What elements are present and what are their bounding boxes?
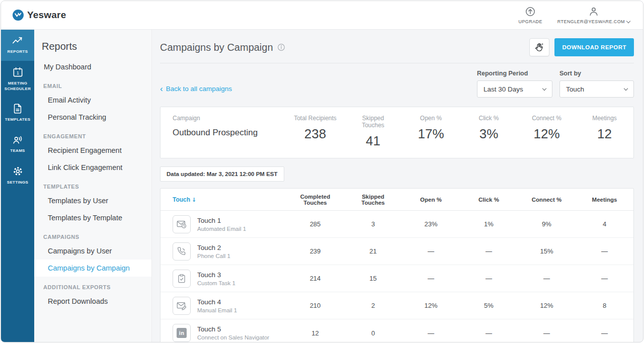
teams-people-icon — [12, 134, 24, 145]
cell-open: — — [402, 247, 460, 255]
guide-walkthrough-button[interactable] — [529, 38, 549, 56]
gear-icon — [12, 165, 24, 177]
rail-item-meeting-scheduler[interactable]: 1 MEETING SCHEDULER — [1, 61, 34, 98]
rail-item-reports[interactable]: REPORTS — [1, 30, 34, 61]
cell-open: 12% — [402, 302, 460, 309]
upgrade-label: UPGRADE — [519, 19, 542, 24]
custom-task-icon — [173, 270, 191, 288]
cell-meetings: — — [576, 275, 633, 282]
chevron-down-icon — [626, 19, 630, 23]
touches-table: Touch↓ Completed Touches Skipped Touches… — [160, 188, 634, 342]
touch-subtitle: Connect on Sales Navigator — [197, 334, 269, 340]
sort-by-label: Sort by — [559, 70, 634, 77]
account-menu[interactable]: RTENGLER@YESWARE.COM — [557, 6, 630, 24]
column-header-meetings[interactable]: Meetings — [576, 197, 633, 203]
back-link-label: Back to all campaigns — [166, 85, 232, 93]
summary-metric-label: Total Recipients — [286, 115, 344, 122]
summary-metric-label: Meetings — [576, 115, 633, 122]
sidebar-item-campaigns-by-campaign[interactable]: Campaigns by Campaign — [34, 260, 151, 277]
summary-metric-value: 17% — [402, 126, 460, 142]
rail-item-settings[interactable]: SETTINGS — [1, 160, 34, 192]
cell-meetings: 4 — [576, 220, 633, 228]
sidebar-item-email-activity[interactable]: Email Activity — [34, 92, 151, 109]
touch-name: Touch 3 — [197, 271, 235, 279]
sidebar-item-recipient-engagement[interactable]: Recipient Engagement — [34, 142, 151, 159]
reporting-period-label: Reporting Period — [477, 70, 552, 77]
summary-metric-label: Click % — [460, 115, 518, 122]
back-chevron-icon: ‹ — [160, 87, 163, 92]
sidebar-item-link-click-engagement[interactable]: Link Click Engagement — [34, 159, 151, 176]
rail-label: SETTINGS — [7, 180, 28, 186]
summary-campaign-name: Outbound Prospecting — [173, 128, 286, 138]
sort-by-select[interactable]: Touch — [559, 80, 634, 98]
column-header-click[interactable]: Click % — [460, 197, 518, 203]
upgrade-button[interactable]: UPGRADE — [519, 6, 542, 24]
cell-click: — — [460, 275, 518, 282]
yesware-logo[interactable]: Yesware — [12, 9, 66, 21]
cell-skipped: 3 — [344, 220, 402, 228]
reports-sidebar: Reports My Dashboard EMAIL Email Activit… — [34, 30, 152, 342]
download-report-button[interactable]: DOWNLOAD REPORT — [554, 38, 634, 56]
rail-label: MEETING SCHEDULER — [3, 81, 33, 92]
rail-label: TEAMS — [10, 148, 25, 154]
cell-skipped: 0 — [344, 329, 402, 337]
table-row-touch-3[interactable]: Touch 3 Custom Task 1 214 15 — — — — — [160, 265, 633, 292]
cell-click: 1% — [460, 220, 518, 228]
sidebar-item-campaigns-by-user[interactable]: Campaigns by User — [34, 242, 151, 260]
back-to-campaigns-link[interactable]: ‹ Back to all campaigns — [160, 85, 232, 93]
column-header-skipped-touches[interactable]: Skipped Touches — [344, 194, 402, 206]
top-header: Yesware UPGRADE RTENGLER@YESWARE.COM — [1, 1, 643, 30]
cell-connect: — — [518, 275, 576, 282]
cell-meetings: 8 — [576, 302, 633, 309]
app-window: Yesware UPGRADE RTENGLER@YESWARE.COM — [1, 1, 643, 342]
cell-click: — — [460, 329, 518, 337]
sidebar-item-templates-by-template[interactable]: Templates by Template — [34, 209, 151, 226]
reporting-period-select[interactable]: Last 30 Days — [477, 80, 552, 98]
table-row-touch-5[interactable]: in Touch 5 Connect on Sales Navigator 12… — [160, 319, 633, 342]
document-icon — [12, 103, 23, 114]
sidebar-item-templates-by-user[interactable]: Templates by User — [34, 192, 151, 209]
column-header-touch[interactable]: Touch↓ — [160, 196, 286, 203]
sidebar-item-my-dashboard[interactable]: My Dashboard — [34, 58, 151, 75]
column-header-open[interactable]: Open % — [402, 197, 460, 203]
cell-connect: — — [518, 329, 576, 337]
column-header-completed-touches[interactable]: Completed Touches — [286, 194, 344, 206]
touch-name: Touch 2 — [197, 244, 230, 251]
svg-text:1: 1 — [17, 70, 19, 75]
info-icon[interactable] — [277, 43, 285, 51]
touch-subtitle: Manual Email 1 — [197, 307, 237, 313]
waving-hand-icon — [534, 42, 545, 53]
summary-metric-label: Connect % — [518, 115, 576, 122]
user-icon — [588, 6, 599, 17]
table-row-touch-1[interactable]: Touch 1 Automated Email 1 285 3 23% 1% 9… — [160, 211, 633, 238]
summary-metric-value: 238 — [286, 126, 344, 142]
upgrade-icon — [525, 6, 536, 17]
summary-campaign-label: Campaign — [173, 115, 286, 122]
summary-metric-value: 41 — [344, 133, 402, 149]
chevron-down-icon — [624, 86, 628, 90]
manual-email-icon — [173, 297, 191, 315]
cell-completed: 12 — [286, 329, 344, 337]
sort-by-value: Touch — [566, 85, 584, 93]
summary-metric-label: Open % — [402, 115, 460, 122]
cell-connect: 12% — [518, 302, 576, 309]
table-row-touch-2[interactable]: Touch 2 Phone Call 1 239 21 — — 15% — — [160, 238, 633, 265]
sidebar-title: Reports — [34, 33, 151, 58]
table-row-touch-4[interactable]: Touch 4 Manual Email 1 210 2 12% 5% 12% … — [160, 292, 633, 319]
cell-connect: 9% — [518, 220, 576, 228]
sidebar-item-report-downloads[interactable]: Report Downloads — [34, 293, 151, 310]
cell-click: 5% — [460, 302, 518, 309]
column-header-connect[interactable]: Connect % — [518, 197, 576, 203]
reports-chart-icon — [12, 35, 24, 46]
calendar-icon: 1 — [12, 66, 24, 78]
cell-skipped: 21 — [344, 247, 402, 255]
cell-meetings: — — [576, 329, 633, 337]
sidebar-section-engagement: ENGAGEMENT — [34, 126, 151, 142]
sidebar-item-personal-tracking[interactable]: Personal Tracking — [34, 109, 151, 126]
touch-subtitle: Phone Call 1 — [197, 253, 230, 259]
icon-rail: REPORTS 1 MEETING SCHEDULER — [1, 30, 34, 342]
rail-item-templates[interactable]: TEMPLATES — [1, 98, 34, 129]
cell-meetings: — — [576, 247, 633, 255]
cell-click: — — [460, 247, 518, 255]
rail-item-teams[interactable]: TEAMS — [1, 129, 34, 160]
